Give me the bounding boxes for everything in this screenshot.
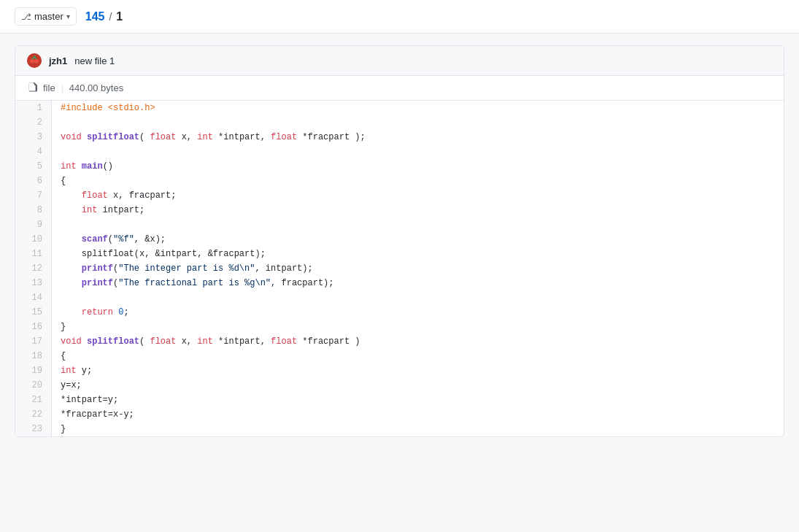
svg-point-2: [34, 59, 39, 63]
file-header: jzh1 new file 1: [15, 46, 784, 76]
page-wrapper: ⎇ master ▾ 145 / 1 jzh: [0, 0, 799, 532]
code-line: 9: [15, 217, 784, 232]
line-number: 22: [15, 407, 52, 422]
code-line: 6 {: [15, 174, 784, 188]
line-number: 6: [15, 174, 52, 188]
code-line: 8 int intpart;: [15, 203, 784, 217]
line-number: 14: [15, 290, 52, 305]
line-content: int main(): [52, 159, 784, 174]
line-number: 19: [15, 363, 52, 378]
commit-author[interactable]: jzh1: [49, 55, 67, 66]
line-number: 3: [15, 130, 52, 144]
line-content: *intpart=y;: [52, 393, 784, 407]
file-meta-bar: file | 440.00 bytes: [15, 76, 784, 101]
line-number: 18: [15, 349, 52, 363]
line-content: [52, 217, 784, 232]
line-content: float x, fracpart;: [52, 188, 784, 203]
code-line: 23 }: [15, 422, 784, 436]
commit-count[interactable]: 145: [85, 10, 105, 23]
code-line: 12 printf("The integer part is %d\n", in…: [15, 261, 784, 276]
line-content: void splitfloat( float x, int *intpart, …: [52, 130, 784, 144]
line-number: 9: [15, 217, 52, 232]
file-name: file: [43, 82, 55, 93]
line-content: y=x;: [52, 378, 784, 393]
line-content: }: [52, 320, 784, 334]
top-bar: ⎇ master ▾ 145 / 1: [0, 0, 799, 34]
meta-divider: |: [61, 83, 63, 93]
line-number: 4: [15, 144, 52, 159]
chevron-down-icon: ▾: [66, 12, 70, 20]
code-line: 14: [15, 290, 784, 305]
code-line: 2: [15, 115, 784, 130]
branch-name: master: [34, 11, 63, 22]
code-line: 7 float x, fracpart;: [15, 188, 784, 203]
code-line: 3 void splitfloat( float x, int *intpart…: [15, 130, 784, 144]
avatar: [27, 53, 42, 68]
commit-divider: /: [109, 11, 112, 23]
line-number: 12: [15, 261, 52, 276]
line-content: return 0;: [52, 305, 784, 320]
branch-icon: ⎇: [21, 12, 31, 22]
line-number: 2: [15, 115, 52, 130]
line-number: 15: [15, 305, 52, 320]
code-line: 15 return 0;: [15, 305, 784, 320]
line-content: void splitfloat( float x, int *intpart, …: [52, 334, 784, 349]
line-content: }: [52, 422, 784, 436]
code-line: 11 splitfloat(x, &intpart, &fracpart);: [15, 247, 784, 261]
code-block: 1 #include <stdio.h> 2 3 void splitfloat…: [15, 101, 784, 436]
code-line: 10 scanf("%f", &x);: [15, 232, 784, 247]
line-number: 13: [15, 276, 52, 290]
line-number: 16: [15, 320, 52, 334]
code-line: 1 #include <stdio.h>: [15, 101, 784, 115]
svg-point-1: [30, 59, 34, 63]
line-content: [52, 115, 784, 130]
line-content: #include <stdio.h>: [52, 101, 784, 115]
line-content: printf("The fractional part is %g\n", fr…: [52, 276, 784, 290]
line-content: [52, 290, 784, 305]
svg-line-5: [34, 55, 35, 57]
line-number: 1: [15, 101, 52, 115]
line-number: 11: [15, 247, 52, 261]
line-number: 10: [15, 232, 52, 247]
code-line: 4: [15, 144, 784, 159]
line-content: {: [52, 174, 784, 188]
line-content: scanf("%f", &x);: [52, 232, 784, 247]
line-content: int y;: [52, 363, 784, 378]
avatar-icon: [27, 53, 42, 68]
code-line: 18 {: [15, 349, 784, 363]
file-size: 440.00 bytes: [69, 82, 123, 93]
file-container: jzh1 new file 1 file | 440.00 bytes 1 #i…: [15, 45, 784, 437]
code-line: 22 *fracpart=x-y;: [15, 407, 784, 422]
code-line: 20 y=x;: [15, 378, 784, 393]
line-number: 23: [15, 422, 52, 436]
code-line: 5 int main(): [15, 159, 784, 174]
file-icon: [27, 82, 37, 94]
line-content: printf("The integer part is %d\n", intpa…: [52, 261, 784, 276]
line-content: splitfloat(x, &intpart, &fracpart);: [52, 247, 784, 261]
line-content: *fracpart=x-y;: [52, 407, 784, 422]
code-line: 13 printf("The fractional part is %g\n",…: [15, 276, 784, 290]
line-number: 20: [15, 378, 52, 393]
code-line: 17 void splitfloat( float x, int *intpar…: [15, 334, 784, 349]
line-content: [52, 144, 784, 159]
line-number: 7: [15, 188, 52, 203]
code-line: 19 int y;: [15, 363, 784, 378]
code-line: 16 }: [15, 320, 784, 334]
commit-info: 145 / 1: [85, 10, 123, 23]
svg-point-0: [27, 53, 42, 68]
code-line: 21 *intpart=y;: [15, 393, 784, 407]
branch-selector[interactable]: ⎇ master ▾: [15, 7, 77, 26]
line-number: 5: [15, 159, 52, 174]
line-number: 21: [15, 393, 52, 407]
commit-number: 1: [116, 10, 123, 23]
line-content: int intpart;: [52, 203, 784, 217]
line-number: 8: [15, 203, 52, 217]
line-number: 17: [15, 334, 52, 349]
commit-message: new file 1: [74, 55, 115, 66]
line-content: {: [52, 349, 784, 363]
